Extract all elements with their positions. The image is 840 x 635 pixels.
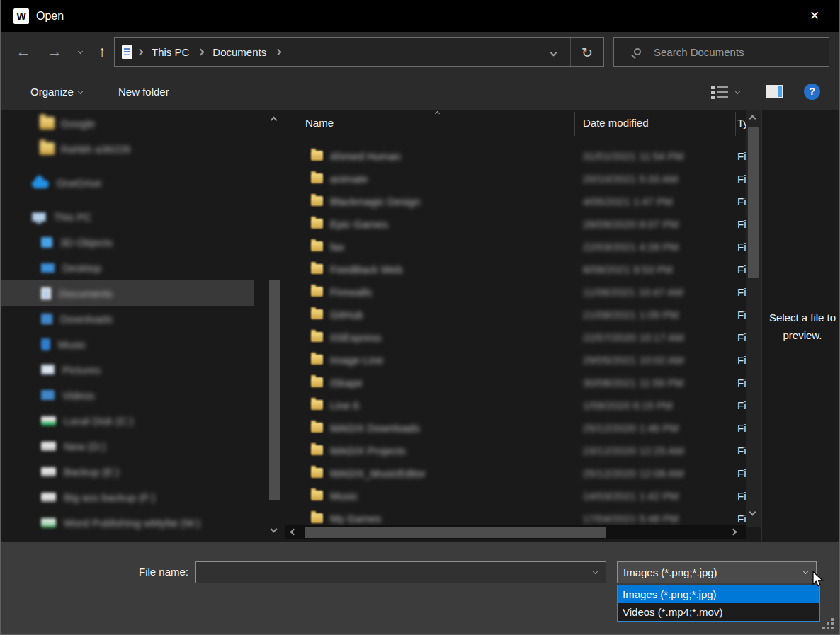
file-row[interactable]: fax22/03/2021 4:28 PMFile folder: [285, 235, 746, 258]
scroll-down-icon[interactable]: [271, 526, 278, 533]
resize-grip[interactable]: [822, 618, 835, 631]
file-name: Image-Line: [330, 354, 383, 366]
sidebar-item-this-pc[interactable]: This PC: [1, 204, 267, 229]
file-date-modified: 4/05/2021 1:47 PM: [583, 195, 673, 207]
file-row[interactable]: MAGIX Projects23/12/2020 12:25 AMFile fo…: [285, 439, 746, 462]
file-row[interactable]: Image-Line29/05/2021 10:02 AMFile folder: [285, 348, 746, 371]
sidebar-item-3d-objects[interactable]: 3D Objects: [1, 229, 267, 255]
file-row[interactable]: Firewalls11/06/2021 10:47 AMFile folder: [285, 280, 746, 303]
filetype-option[interactable]: Images (*.png;*.jpg): [618, 585, 819, 603]
file-name: My Games: [330, 513, 382, 525]
file-row[interactable]: FeedBack Web8/09/2021 9:53 PMFile folder: [285, 258, 746, 280]
view-options-chevron[interactable]: [736, 71, 739, 111]
file-row[interactable]: GitHub21/08/2021 1:09 PMFile folder: [285, 303, 746, 326]
file-name-combobox[interactable]: [195, 561, 606, 583]
filetype-option[interactable]: Videos (*.mp4;*.mov): [618, 603, 819, 621]
file-row[interactable]: Music14/03/2021 1:42 PMFile folder: [285, 484, 746, 507]
folder-icon: [311, 241, 323, 251]
breadcrumb-this-pc[interactable]: This PC: [152, 46, 189, 58]
file-list-scrollbar-thumb[interactable]: [748, 127, 759, 278]
file-type: File folder: [737, 173, 746, 185]
chevron-down-icon[interactable]: [593, 569, 598, 574]
refresh-button[interactable]: ↻: [571, 38, 603, 67]
sidebar-item-label: New (D:): [64, 440, 106, 452]
search-box[interactable]: [613, 37, 829, 67]
file-row[interactable]: MAGIX_MusicEditor25/12/2020 12:08 AMFile…: [285, 462, 746, 484]
sidebar-item-google[interactable]: Google: [1, 110, 267, 136]
file-row[interactable]: animate20/10/2021 5:33 AMFile folder: [285, 167, 746, 190]
file-date-modified: 1/09/2020 6:15 PM: [583, 399, 673, 411]
file-type-dropdown[interactable]: Images (*.png;*.jpg): [617, 561, 817, 583]
scroll-down-icon[interactable]: [749, 509, 756, 516]
file-row[interactable]: Epic Games28/09/2020 8:07 PMFile folder: [285, 212, 746, 235]
docfile-icon: [41, 287, 51, 299]
sidebar-item-new-d[interactable]: New (D:): [1, 433, 267, 459]
change-view-button[interactable]: [711, 71, 730, 111]
column-divider[interactable]: [735, 112, 736, 136]
sidebar-item-pictures[interactable]: Pictures: [1, 357, 267, 382]
sidebar-item-music[interactable]: Music: [1, 331, 267, 357]
file-row[interactable]: Blackmagic Design4/05/2021 1:47 PMFile f…: [285, 190, 746, 212]
recent-locations-chevron-icon[interactable]: [70, 32, 90, 71]
organize-label: Organize: [30, 86, 74, 98]
sidebar-scrollbar[interactable]: [267, 110, 283, 535]
scroll-right-icon[interactable]: [730, 529, 737, 536]
column-header-type[interactable]: Type: [737, 117, 746, 129]
close-button[interactable]: ✕: [798, 0, 831, 32]
sidebar-item-backup-e[interactable]: Backup (E:): [1, 459, 267, 484]
sidebar-item-big-ass-backup-f[interactable]: Big ass backup (F:): [1, 484, 267, 510]
sidebar-item-downloads[interactable]: Downloads: [1, 306, 267, 331]
sidebar-scrollbar-thumb[interactable]: [269, 280, 280, 500]
file-type: File folder: [737, 150, 746, 162]
sidebar-item-documents[interactable]: Documents: [1, 280, 254, 306]
file-name: iSkape: [330, 377, 363, 389]
horizontal-scrollbar-thumb[interactable]: [305, 527, 606, 538]
sidebar-item-label: Local Disk (C:): [64, 415, 133, 427]
file-name-input[interactable]: [199, 563, 581, 582]
sidebar-item-label: 3D Objects: [60, 236, 113, 248]
sidebar-item-label: Google: [61, 118, 95, 130]
navigation-row: ← → ↑ This PC Documents ↻: [1, 32, 839, 71]
sidebar-item-desktop[interactable]: Desktop: [1, 255, 267, 280]
sidebar-item-rahbh-a36226[interactable]: Rahbh a36226: [1, 136, 267, 161]
up-button[interactable]: ↑: [90, 32, 114, 71]
file-row[interactable]: Ahmed Human31/01/2021 11:54 PMFile folde…: [285, 144, 746, 167]
column-header-date-modified[interactable]: Date modified: [583, 117, 649, 129]
file-type-value: Images (*.png;*.jpg): [623, 566, 717, 578]
forward-button[interactable]: →: [42, 32, 67, 71]
sidebar-item-onedrive[interactable]: OneDrive: [1, 170, 267, 195]
breadcrumb-documents[interactable]: Documents: [212, 46, 266, 58]
horizontal-scrollbar[interactable]: [285, 525, 746, 539]
help-button[interactable]: ?: [804, 71, 820, 111]
sidebar-item-videos[interactable]: Videos: [1, 382, 267, 408]
file-type: File folder: [737, 331, 746, 343]
address-bar[interactable]: This PC Documents ↻: [114, 37, 604, 67]
scroll-up-icon[interactable]: [271, 117, 278, 124]
preview-message: Select a file to preview.: [766, 309, 839, 344]
preview-pane-button[interactable]: [766, 71, 783, 111]
file-date-modified: 25/12/2020 1:46 PM: [583, 422, 679, 434]
file-row[interactable]: iSkape30/08/2021 11:59 PMFile folder: [285, 371, 746, 394]
new-folder-button[interactable]: New folder: [118, 71, 169, 111]
file-name: animate: [330, 173, 368, 185]
scroll-up-icon[interactable]: [749, 115, 756, 122]
file-row[interactable]: MAGIX Downloads25/12/2020 1:46 PMFile fo…: [285, 416, 746, 439]
column-header-name[interactable]: Name: [305, 117, 334, 129]
file-date-modified: 25/12/2020 12:08 AM: [583, 467, 684, 479]
file-list-scrollbar[interactable]: [746, 110, 761, 527]
search-input[interactable]: [652, 45, 829, 59]
sidebar-item-label: Rahbh a36226: [61, 143, 130, 155]
file-name-label: File name:: [107, 561, 188, 583]
organize-button[interactable]: Organize: [30, 71, 82, 111]
file-row[interactable]: Line 61/09/2020 6:15 PMFile folder: [285, 394, 746, 416]
file-name: fax: [330, 241, 344, 253]
address-dropdown-chevron-icon[interactable]: [535, 38, 571, 67]
file-rows: Ahmed Human31/01/2021 11:54 PMFile folde…: [285, 144, 746, 530]
file-list: Name Date modified Type Ahmed Human31/01…: [285, 110, 746, 542]
scroll-left-icon[interactable]: [290, 529, 297, 536]
sidebar-item-word-publishing-wmyfat-w[interactable]: Word Publishing wMyfat (W:): [1, 510, 267, 535]
back-button[interactable]: ←: [11, 32, 36, 71]
file-row[interactable]: IISExpress22/07/2020 10:17 AMFile folder: [285, 326, 746, 348]
column-divider[interactable]: [574, 112, 575, 136]
sidebar-item-local-disk-c[interactable]: Local Disk (C:): [1, 408, 267, 433]
